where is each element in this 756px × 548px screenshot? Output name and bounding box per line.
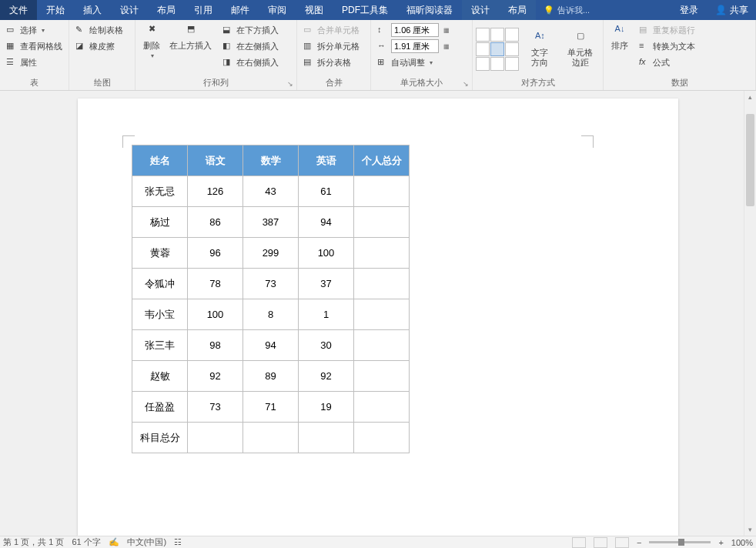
page-indicator[interactable]: 第 1 页，共 1 页 [3,536,64,548]
table-cell[interactable] [243,423,299,453]
table-cell[interactable]: 30 [299,330,354,361]
share-button[interactable]: 👤共享 [707,4,756,17]
table-cell[interactable] [354,361,410,392]
table-cell[interactable]: 86 [188,207,243,238]
table-cell[interactable]: 科目总分 [132,423,188,453]
table-cell[interactable]: 94 [243,330,299,361]
view-web-button[interactable] [615,537,629,548]
menu-tab-12[interactable]: 布局 [499,0,536,20]
table-cell[interactable]: 100 [299,238,354,269]
table-cell[interactable]: 1 [299,299,354,330]
table-row[interactable]: 韦小宝10081 [132,299,410,330]
menu-tab-2[interactable]: 插入 [74,0,111,20]
table-cell[interactable]: 61 [299,176,354,207]
table-row[interactable]: 张三丰989430 [132,330,410,361]
table-header[interactable]: 姓名 [132,145,188,176]
table-cell[interactable]: 37 [299,269,354,299]
table-cell[interactable]: 任盈盈 [132,392,188,423]
table-cell[interactable]: 8 [243,299,299,330]
table-cell[interactable]: 19 [299,392,354,423]
menu-tab-1[interactable]: 开始 [37,0,74,20]
table-cell[interactable]: 韦小宝 [132,299,188,330]
properties-button[interactable]: ☰属性 [3,55,65,70]
zoom-in-button[interactable]: + [718,538,723,547]
word-count[interactable]: 61 个字 [72,536,100,548]
convert-to-text-button[interactable]: ≡转换为文本 [636,38,698,54]
table-cell[interactable]: 96 [188,238,243,269]
scroll-thumb[interactable] [746,114,754,206]
table-cell[interactable] [354,176,410,207]
table-header[interactable]: 英语 [299,145,354,176]
zoom-out-button[interactable]: − [637,538,641,547]
insert-below-button[interactable]: ⬓在下方插入 [219,22,282,38]
menu-tab-6[interactable]: 邮件 [222,0,259,20]
table-cell[interactable]: 94 [299,207,354,238]
split-cells-button[interactable]: ▥拆分单元格 [300,38,363,54]
menu-tab-8[interactable]: 视图 [296,0,333,20]
table-cell[interactable]: 71 [243,392,299,423]
table-cell[interactable] [299,423,354,453]
dialog-launcher-icon[interactable]: ↘ [463,78,469,90]
eraser-button[interactable]: ◪橡皮擦 [72,38,126,54]
table-cell[interactable]: 92 [188,361,243,392]
merge-cells-button[interactable]: ▭合并单元格 [300,22,363,38]
table-cell[interactable]: 299 [243,238,299,269]
menu-tab-11[interactable]: 设计 [462,0,499,20]
table-header[interactable]: 语文 [188,145,243,176]
cell-margins-button[interactable]: ▢单元格边距 [561,29,600,69]
table-cell[interactable]: 张三丰 [132,330,188,361]
language-indicator[interactable]: 中文(中国) [127,536,166,548]
row-height-input[interactable]: ↕▦ [374,22,453,38]
table-cell[interactable]: 黄蓉 [132,238,188,269]
table-row[interactable]: 赵敏928992 [132,361,410,392]
table-cell[interactable] [354,392,410,423]
table-cell[interactable] [354,330,410,361]
login-button[interactable]: 登录 [671,4,707,17]
table-cell[interactable] [354,299,410,330]
repeat-header-button[interactable]: ▤重复标题行 [636,22,698,38]
vertical-scrollbar[interactable]: ▴ ▾ [744,91,756,536]
page[interactable]: 姓名语文数学英语个人总分张无忌1264361杨过8638794黄蓉9629910… [78,99,678,536]
table-row[interactable]: 科目总分 [132,423,410,453]
view-gridlines-button[interactable]: ▦查看网格线 [3,38,65,54]
table-cell[interactable]: 张无忌 [132,176,188,207]
table-cell[interactable]: 100 [188,299,243,330]
zoom-level[interactable]: 100% [731,538,753,547]
table-row[interactable]: 杨过8638794 [132,207,410,238]
dialog-launcher-icon[interactable]: ↘ [287,78,293,90]
table-cell[interactable]: 令狐冲 [132,269,188,299]
table-cell[interactable]: 73 [188,392,243,423]
autofit-button[interactable]: ⊞自动调整▾ [374,55,453,70]
table-header[interactable]: 数学 [243,145,299,176]
table-row[interactable]: 任盈盈737119 [132,392,410,423]
col-width-input[interactable]: ↔▦ [374,38,453,54]
draw-table-button[interactable]: ✎绘制表格 [72,22,126,38]
accessibility-icon[interactable]: ☷ [174,537,182,547]
select-button[interactable]: ▭选择▾ [3,22,65,38]
view-readmode-button[interactable] [572,537,586,548]
table-cell[interactable] [354,423,410,453]
table-cell[interactable] [354,238,410,269]
split-table-button[interactable]: ▤拆分表格 [300,55,363,70]
table-row[interactable]: 令狐冲787337 [132,269,410,299]
delete-button[interactable]: ✖删除▾ [139,22,165,76]
table-cell[interactable]: 387 [243,207,299,238]
insert-right-button[interactable]: ◨在右侧插入 [219,55,282,70]
insert-left-button[interactable]: ◧在左侧插入 [219,38,282,54]
table-cell[interactable]: 78 [188,269,243,299]
view-print-button[interactable] [594,537,607,548]
table-cell[interactable]: 73 [243,269,299,299]
table-cell[interactable]: 98 [188,330,243,361]
table-cell[interactable] [188,423,243,453]
formula-button[interactable]: fx公式 [636,55,698,70]
alignment-grid[interactable] [476,28,519,71]
menu-tab-5[interactable]: 引用 [185,0,222,20]
menu-tab-0[interactable]: 文件 [0,0,37,20]
menu-tab-9[interactable]: PDF工具集 [333,0,397,20]
data-table[interactable]: 姓名语文数学英语个人总分张无忌1264361杨过8638794黄蓉9629910… [132,145,410,453]
table-cell[interactable] [354,269,410,299]
table-row[interactable]: 黄蓉96299100 [132,238,410,269]
scroll-down-icon[interactable]: ▾ [744,523,756,536]
sort-button[interactable]: A↓排序 [607,22,633,76]
table-cell[interactable]: 赵敏 [132,361,188,392]
